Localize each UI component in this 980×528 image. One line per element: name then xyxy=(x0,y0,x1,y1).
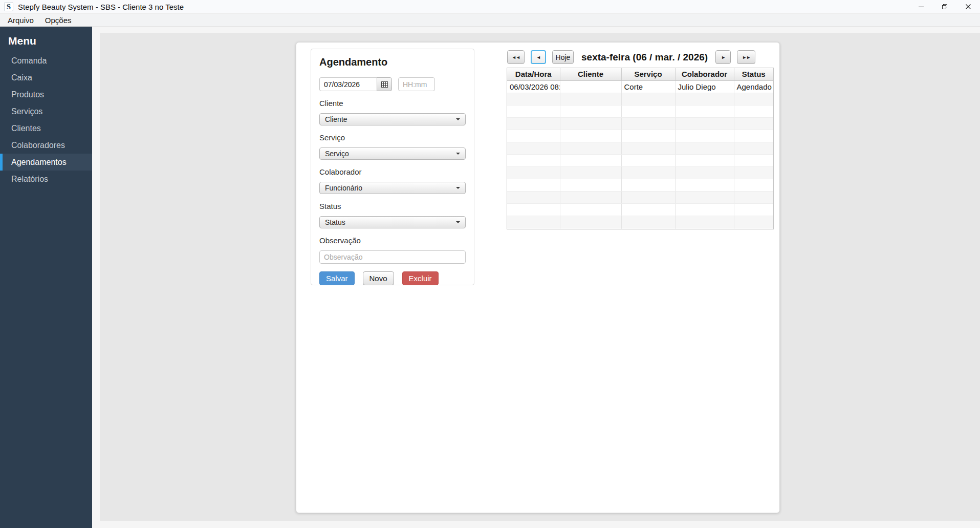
table-row[interactable] xyxy=(507,93,773,105)
sidebar-item-servios[interactable]: Serviços xyxy=(0,103,92,120)
app-logo-icon: S xyxy=(4,2,13,11)
table-cell xyxy=(734,117,773,130)
servico-select[interactable]: Serviço xyxy=(319,147,466,160)
chevron-down-icon xyxy=(456,118,460,120)
table-cell xyxy=(734,93,773,105)
status-label: Status xyxy=(319,202,466,210)
column-header[interactable]: Colaborador xyxy=(675,68,734,80)
table-cell xyxy=(734,203,773,216)
calendar-button[interactable] xyxy=(377,77,392,91)
table-cell xyxy=(621,154,675,166)
column-header[interactable]: Cliente xyxy=(560,68,621,80)
table-cell xyxy=(734,154,773,166)
table-cell xyxy=(507,179,560,191)
previous-day-button[interactable]: ◄ xyxy=(531,50,546,64)
cliente-label: Cliente xyxy=(319,99,466,108)
table-cell xyxy=(675,228,734,229)
column-header[interactable]: Data/Hora xyxy=(507,68,560,80)
table-cell xyxy=(507,228,560,229)
date-input[interactable] xyxy=(319,77,377,91)
table-cell xyxy=(560,228,621,229)
today-button[interactable]: Hoje xyxy=(552,50,574,64)
table-cell xyxy=(507,154,560,166)
table-cell xyxy=(560,105,621,117)
table-cell xyxy=(560,203,621,216)
delete-button[interactable]: Excluir xyxy=(402,271,439,285)
status-select[interactable]: Status xyxy=(319,216,466,228)
cliente-select[interactable]: Cliente xyxy=(319,113,466,125)
sidebar-item-caixa[interactable]: Caixa xyxy=(0,69,92,86)
table-row[interactable] xyxy=(507,166,773,179)
table-cell xyxy=(560,154,621,166)
sidebar-item-produtos[interactable]: Produtos xyxy=(0,86,92,103)
last-day-button[interactable]: ►► xyxy=(737,50,755,64)
table-cell xyxy=(734,105,773,117)
colaborador-label: Colaborador xyxy=(319,167,466,176)
table-cell xyxy=(507,117,560,130)
table-cell xyxy=(560,130,621,142)
observacao-input[interactable] xyxy=(319,250,466,264)
table-cell xyxy=(734,228,773,229)
agendamento-form: Agendamento xyxy=(311,49,474,285)
sidebar-header: Menu xyxy=(0,27,92,52)
colaborador-select[interactable]: Funcionário xyxy=(319,182,466,194)
table-cell xyxy=(675,105,734,117)
table-cell xyxy=(675,93,734,105)
time-input[interactable] xyxy=(398,77,435,91)
chevron-down-icon xyxy=(456,153,460,155)
minimize-button[interactable] xyxy=(909,0,933,13)
table-row[interactable] xyxy=(507,142,773,154)
table-row[interactable] xyxy=(507,130,773,142)
close-button[interactable] xyxy=(956,0,980,13)
restore-button[interactable] xyxy=(933,0,956,13)
table-cell xyxy=(621,105,675,117)
table-cell xyxy=(507,203,560,216)
first-day-button[interactable]: ◄◄ xyxy=(507,50,525,64)
current-date-label: sexta-feira (06 / mar. / 2026) xyxy=(581,52,708,63)
table-cell xyxy=(621,142,675,154)
table-cell xyxy=(734,142,773,154)
menu-item-opes[interactable]: Opções xyxy=(39,14,77,26)
table-cell xyxy=(560,117,621,130)
table-cell: 06/03/2026 08:00 xyxy=(507,80,560,93)
table-row[interactable] xyxy=(507,117,773,130)
table-cell xyxy=(507,216,560,228)
table-cell xyxy=(621,130,675,142)
table-row[interactable] xyxy=(507,203,773,216)
table-cell xyxy=(734,166,773,179)
table-row[interactable]: 06/03/2026 08:00CorteJulio DiegoAgendado xyxy=(507,80,773,93)
chevron-down-icon xyxy=(456,187,460,189)
column-header[interactable]: Status xyxy=(734,68,773,80)
sidebar-item-colaboradores[interactable]: Colaboradores xyxy=(0,137,92,154)
svg-text:S: S xyxy=(7,3,11,11)
table-cell xyxy=(621,166,675,179)
table-cell xyxy=(675,130,734,142)
table-cell xyxy=(675,216,734,228)
table-row[interactable] xyxy=(507,154,773,166)
calendar-icon xyxy=(381,81,388,88)
sidebar-item-agendamentos[interactable]: Agendamentos xyxy=(0,154,92,171)
sidebar-item-relatrios[interactable]: Relatórios xyxy=(0,171,92,187)
sidebar-item-clientes[interactable]: Clientes xyxy=(0,120,92,137)
observacao-label: Observação xyxy=(319,236,466,245)
main-area: Agendamento xyxy=(92,27,980,528)
table-cell xyxy=(507,130,560,142)
column-header[interactable]: Serviço xyxy=(621,68,675,80)
table-cell xyxy=(507,191,560,203)
table-cell xyxy=(675,117,734,130)
save-button[interactable]: Salvar xyxy=(319,271,355,285)
table-row[interactable] xyxy=(507,228,773,229)
table-row[interactable] xyxy=(507,179,773,191)
table-cell xyxy=(675,166,734,179)
sidebar-item-comanda[interactable]: Comanda xyxy=(0,52,92,69)
table-row[interactable] xyxy=(507,216,773,228)
menu-item-arquivo[interactable]: Arquivo xyxy=(2,14,39,26)
table-row[interactable] xyxy=(507,191,773,203)
new-button[interactable]: Novo xyxy=(363,271,394,285)
table-cell xyxy=(621,117,675,130)
next-day-button[interactable]: ► xyxy=(715,50,731,64)
table-cell xyxy=(734,179,773,191)
table-row[interactable] xyxy=(507,105,773,117)
table-cell xyxy=(560,166,621,179)
table-cell xyxy=(621,93,675,105)
